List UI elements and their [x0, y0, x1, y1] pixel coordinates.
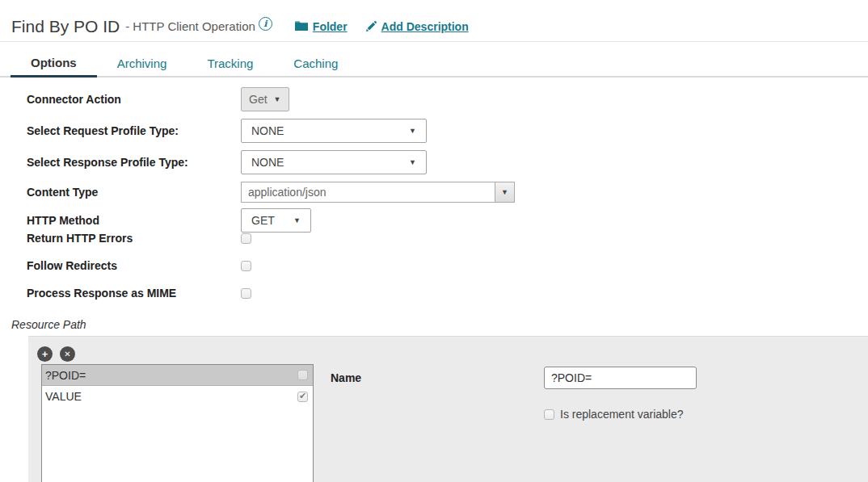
response-profile-value: NONE	[251, 156, 284, 169]
content-type-row: Content Type ▼	[27, 182, 868, 203]
connector-action-select[interactable]: Get ▼	[241, 87, 289, 111]
request-profile-select[interactable]: NONE ▼	[241, 119, 427, 143]
chevron-down-icon: ▼	[409, 127, 416, 135]
resource-path-section-label: Resource Path	[11, 318, 868, 331]
resource-path-body: ?POID=VALUE Name Is replacement variable…	[37, 364, 868, 482]
chevron-down-icon: ▼	[293, 216, 301, 224]
follow-redirects-label: Follow Redirects	[27, 259, 241, 272]
options-form: Connector Action Get ▼ Select Request Pr…	[0, 78, 868, 299]
connector-action-label: Connector Action	[27, 93, 241, 106]
follow-redirects-row: Follow Redirects	[27, 260, 868, 271]
process-mime-checkbox[interactable]	[241, 288, 251, 299]
folder-icon	[295, 21, 308, 31]
response-profile-label: Select Response Profile Type:	[27, 156, 241, 169]
http-method-label: HTTP Method	[27, 214, 241, 227]
request-profile-row: Select Request Profile Type: NONE ▼	[27, 119, 868, 143]
connector-action-row: Connector Action Get ▼	[27, 87, 868, 111]
chevron-down-icon: ▼	[501, 188, 508, 196]
tab-archiving[interactable]: Archiving	[97, 50, 188, 76]
page-header: Find By PO ID - HTTP Client Operation i …	[0, 0, 868, 42]
process-mime-label: Process Response as MIME	[27, 287, 241, 300]
page-subtitle: - HTTP Client Operation	[125, 19, 255, 33]
connector-action-value: Get	[249, 93, 268, 106]
return-http-errors-checkbox[interactable]	[241, 233, 251, 244]
http-method-value: GET	[251, 214, 275, 227]
follow-redirects-checkbox[interactable]	[241, 261, 251, 271]
tab-options[interactable]: Options	[11, 49, 97, 78]
list-item-checkbox[interactable]	[297, 370, 308, 380]
resource-path-detail: Name Is replacement variable?	[331, 364, 868, 421]
pencil-icon	[365, 21, 377, 32]
folder-link[interactable]: Folder	[295, 20, 348, 33]
http-method-row: HTTP Method GET ▼	[27, 208, 868, 233]
chevron-down-icon: ▼	[274, 95, 281, 103]
response-profile-row: Select Response Profile Type: NONE ▼	[27, 150, 868, 174]
content-type-combo: ▼	[241, 182, 515, 203]
list-item-label: ?POID=	[45, 369, 86, 382]
list-item-label: VALUE	[45, 390, 82, 403]
response-profile-select[interactable]: NONE ▼	[241, 150, 427, 174]
tab-caching[interactable]: Caching	[273, 50, 358, 76]
resource-path-list[interactable]: ?POID=VALUE	[41, 364, 314, 482]
add-description-link[interactable]: Add Description	[365, 20, 469, 33]
tab-tracking[interactable]: Tracking	[187, 50, 273, 76]
resource-path-toolbar: + ✕	[37, 346, 868, 362]
return-http-errors-label: Return HTTP Errors	[27, 232, 241, 245]
page-title: Find By PO ID	[11, 17, 120, 36]
content-type-input[interactable]	[241, 182, 495, 203]
name-row: Name	[331, 367, 868, 389]
name-label: Name	[331, 371, 544, 384]
list-item-checkbox[interactable]	[297, 392, 308, 402]
info-icon[interactable]: i	[259, 17, 272, 31]
process-mime-row: Process Response as MIME	[27, 287, 868, 299]
add-row-button[interactable]: +	[37, 346, 53, 362]
replacement-variable-label: Is replacement variable?	[560, 408, 684, 421]
return-http-errors-row: Return HTTP Errors	[27, 233, 868, 244]
list-item[interactable]: VALUE	[42, 386, 313, 407]
list-item[interactable]: ?POID=	[42, 365, 313, 386]
resource-path-panel: + ✕ ?POID=VALUE Name Is replacement vari…	[28, 336, 868, 482]
content-type-dropdown-button[interactable]: ▼	[495, 182, 515, 203]
folder-link-label[interactable]: Folder	[313, 20, 348, 33]
chevron-down-icon: ▼	[409, 158, 416, 166]
plus-circle-icon: +	[42, 349, 48, 359]
add-description-link-label[interactable]: Add Description	[381, 20, 469, 33]
remove-row-button[interactable]: ✕	[60, 346, 75, 362]
content-type-label: Content Type	[27, 186, 241, 199]
replacement-variable-row: Is replacement variable?	[544, 408, 868, 421]
name-input[interactable]	[544, 367, 697, 389]
tab-bar: Options Archiving Tracking Caching	[0, 49, 868, 78]
http-method-select[interactable]: GET ▼	[241, 208, 311, 233]
replacement-variable-checkbox[interactable]	[544, 409, 554, 420]
request-profile-value: NONE	[251, 124, 284, 137]
close-circle-icon: ✕	[64, 350, 70, 358]
request-profile-label: Select Request Profile Type:	[27, 124, 241, 137]
